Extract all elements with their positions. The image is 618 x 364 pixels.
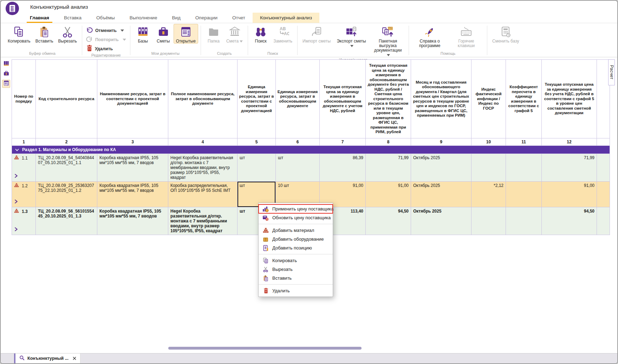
- column-header-1[interactable]: Номер по порядку: [12, 60, 36, 138]
- column-header-9[interactable]: Месяц и год составления обосновывающего …: [411, 60, 471, 138]
- copy-button[interactable]: Копировать: [5, 24, 33, 44]
- menu-item-apply-supplier-price[interactable]: Применить цену поставщика: [259, 204, 333, 213]
- hotkeys-button[interactable]: Горячие клавиши: [448, 24, 484, 48]
- menu-item-paste[interactable]: Вставить: [259, 274, 333, 282]
- chevron-down-icon[interactable]: [15, 147, 19, 152]
- estimates-button[interactable]: Сметы: [153, 24, 174, 44]
- cell-price-no-vat[interactable]: 91,00: [366, 182, 411, 207]
- row-number-cell[interactable]: 1.1: [12, 154, 36, 182]
- change-database-button[interactable]: Сменить базу: [490, 24, 522, 44]
- row-number-cell[interactable]: 1.2: [12, 182, 36, 207]
- cell-full-name[interactable]: Hegel Коробка разветвительная д/откр. мо…: [168, 154, 238, 182]
- row-number-cell[interactable]: 1.3: [12, 207, 36, 235]
- column-header-10[interactable]: Индекс фактической инфляции / Индекс по …: [471, 60, 506, 138]
- cell-month-year[interactable]: Октябрь 2025: [411, 207, 471, 235]
- menu-item-update-supplier-price[interactable]: Обновить цену поставщика: [259, 213, 333, 222]
- redo-button[interactable]: Повторить: [85, 35, 128, 44]
- cell-code[interactable]: ТЦ_20.2.08.09_54_5404084407_05.10.2025_0…: [36, 154, 97, 182]
- menu-item-label: Вставить: [272, 275, 292, 281]
- tab-otchet[interactable]: Отчет: [225, 13, 253, 23]
- cell-extra[interactable]: [597, 207, 610, 235]
- open-documents-button[interactable]: Открытые: [174, 24, 198, 44]
- new-estimate-button[interactable]: Смета: [224, 24, 245, 44]
- cell-price-graph5[interactable]: 91,00: [542, 182, 597, 207]
- cell-extra[interactable]: [597, 182, 610, 207]
- column-header-7[interactable]: Текущая отпускная цена за единицу измере…: [320, 60, 366, 138]
- cell-code[interactable]: ТЦ_20.2.08.09_25_2536320775_22.10.2025_0…: [36, 182, 97, 207]
- cell-conversion-coef[interactable]: [506, 154, 542, 182]
- find-button[interactable]: Поиск: [251, 24, 271, 44]
- cell-code[interactable]: ТЦ_20.2.08.09_56_5610155445_20.10.2025_0…: [36, 207, 97, 235]
- batch-export-button[interactable]: Пакетная выгрузка документации: [370, 24, 406, 57]
- menu-item-add-equipment[interactable]: Добавить оборудование: [259, 235, 333, 243]
- expand-row-icon[interactable]: [14, 227, 18, 233]
- horizontal-scrollbar[interactable]: [168, 347, 362, 350]
- column-header-13[interactable]: [597, 60, 610, 138]
- menu-item-copy[interactable]: Копировать: [259, 256, 333, 265]
- paste-button[interactable]: Вставить: [33, 24, 56, 44]
- column-header-5[interactable]: Единица измерения ресурса, затрат в соот…: [238, 60, 276, 138]
- cell-price-graph5[interactable]: 94,50: [542, 207, 597, 235]
- cell-unit-project[interactable]: шт: [238, 154, 276, 182]
- menu-item-cut[interactable]: Вырезать: [259, 265, 333, 274]
- rail-bases-button[interactable]: [2, 60, 10, 68]
- column-header-6[interactable]: Единица измерения ресурса, затрат в обос…: [276, 60, 320, 138]
- about-button[interactable]: Справка о программе: [411, 24, 448, 48]
- close-icon[interactable]: [73, 357, 76, 360]
- cell-name[interactable]: Коробка квадратная IP55, 105 мм*105 мм*5…: [97, 182, 168, 207]
- cell-month-year[interactable]: Октябрь 2025: [411, 154, 471, 182]
- replace-button[interactable]: ABAC Заменить: [271, 24, 295, 44]
- column-header-11[interactable]: Коэффициент пересчета в единицу измерени…: [506, 60, 542, 138]
- menu-item-add-position[interactable]: Добавить позицию: [259, 243, 333, 252]
- cell-extra[interactable]: [597, 154, 610, 182]
- group-search-label: Поиск: [251, 51, 295, 57]
- undo-button[interactable]: Отменить: [85, 26, 128, 34]
- column-header-4[interactable]: Полное наименование ресурса, затрат в об…: [168, 60, 238, 138]
- cell-price-graph5[interactable]: 71,99: [542, 154, 597, 182]
- cell-full-name[interactable]: Hegel Коробка разветвительная д/откр. мо…: [168, 207, 238, 235]
- cell-full-name[interactable]: Коробка распределительная, ОП 105*105*55…: [168, 182, 238, 207]
- document-tab[interactable]: Конъюнктурный ...: [15, 353, 80, 363]
- delete-button[interactable]: Удалить: [85, 45, 128, 53]
- cell-unit-doc[interactable]: шт: [276, 154, 320, 182]
- tab-vstavka[interactable]: Вставка: [57, 13, 89, 23]
- new-folder-button[interactable]: Папка: [203, 24, 224, 44]
- rail-estimates-button[interactable]: [2, 70, 10, 78]
- tab-konyunkturny-analiz[interactable]: Конъюнктурный анализ: [253, 13, 319, 23]
- cell-month-year[interactable]: Октябрь 2025: [411, 182, 471, 207]
- cell-price-no-vat[interactable]: 94,50: [366, 207, 411, 235]
- section-header[interactable]: Раздел 1. Материалы и Оборудование по КА: [12, 146, 610, 154]
- tab-vypolnenie[interactable]: Выполнение: [122, 13, 165, 23]
- tab-glavnaya[interactable]: Главная: [22, 13, 57, 23]
- cell-name[interactable]: Коробка квадратная IP55, 105 мм*105 мм*5…: [97, 154, 168, 182]
- bases-button[interactable]: Базы: [133, 24, 153, 44]
- expand-row-icon[interactable]: [14, 199, 18, 205]
- import-estimate-button[interactable]: Импорт сметы: [300, 24, 333, 44]
- cell-conversion-coef[interactable]: [506, 182, 542, 207]
- menu-item-add-material[interactable]: Добавить материал: [259, 226, 333, 235]
- cell-inflation-index[interactable]: [471, 154, 506, 182]
- cut-button[interactable]: Вырезать: [56, 24, 79, 44]
- rail-analysis-button[interactable]: [2, 80, 10, 88]
- cell-conversion-coef[interactable]: [506, 207, 542, 235]
- tab-vid[interactable]: Вид: [164, 13, 188, 23]
- cell-inflation-index[interactable]: [471, 207, 506, 235]
- chevron-down-icon[interactable]: [123, 39, 126, 41]
- tab-operacii[interactable]: Операции: [188, 13, 225, 23]
- column-header-3[interactable]: Наименование ресурса, затрат в соответст…: [97, 60, 168, 138]
- cell-inflation-index[interactable]: *2,12: [471, 182, 506, 207]
- cell-name[interactable]: Коробка квадратная IP55, 105 мм*105 мм*5…: [97, 207, 168, 235]
- column-header-2[interactable]: Код строительного ресурса: [36, 60, 97, 138]
- menu-item-delete[interactable]: Удалить: [259, 286, 333, 295]
- tab-obyomy[interactable]: Объёмы: [89, 13, 122, 23]
- expand-row-icon[interactable]: [14, 174, 18, 179]
- tab-raschet[interactable]: Расчет: [608, 59, 615, 85]
- cell-price-with-vat[interactable]: 86,39: [320, 154, 366, 182]
- export-estimate-button[interactable]: Экспорт сметы: [333, 24, 370, 48]
- divider: [487, 26, 487, 55]
- cell-price-no-vat[interactable]: 71,99: [366, 154, 411, 182]
- column-header-12[interactable]: Текущая отпускная цена за единицу измере…: [542, 60, 597, 138]
- column-header-8[interactable]: Текущая отпускная цена за единицу измере…: [366, 60, 411, 138]
- cut-icon: [262, 266, 269, 272]
- chevron-down-icon[interactable]: [121, 30, 124, 32]
